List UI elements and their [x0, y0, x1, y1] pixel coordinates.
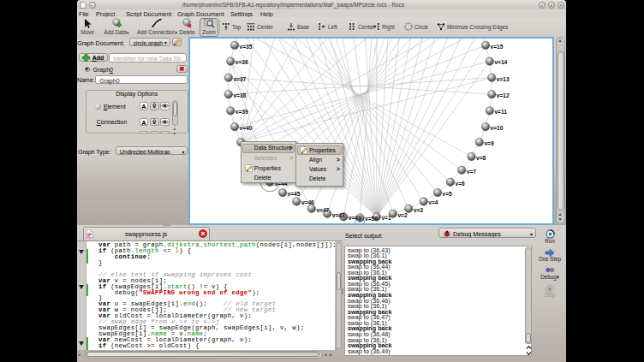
- svg-text:v=15: v=15: [490, 43, 503, 49]
- svg-text:v=45: v=45: [287, 190, 300, 196]
- svg-text:v=4: v=4: [428, 199, 438, 205]
- svg-text:v=9: v=9: [484, 139, 494, 145]
- svg-text:v=12: v=12: [496, 92, 509, 98]
- svg-text:v=10: v=10: [490, 124, 503, 130]
- svg-text:v=46: v=46: [301, 199, 313, 205]
- svg-text:v=40: v=40: [239, 124, 252, 130]
- svg-text:v=49: v=49: [348, 215, 361, 221]
- svg-text:v=35: v=35: [239, 43, 252, 49]
- svg-text:v=8: v=8: [476, 154, 486, 160]
- svg-text:v=37: v=37: [233, 75, 246, 81]
- svg-text:v=47: v=47: [316, 206, 329, 212]
- svg-text:v=5: v=5: [442, 190, 452, 196]
- svg-text:v=11: v=11: [494, 109, 507, 115]
- svg-text:v=36: v=36: [235, 59, 247, 65]
- svg-text:v=14: v=14: [494, 59, 507, 65]
- svg-text:v=38: v=38: [233, 92, 246, 98]
- svg-text:v=13: v=13: [496, 75, 509, 81]
- svg-text:v=2: v=2: [397, 211, 408, 217]
- svg-text:v=1: v=1: [381, 215, 391, 221]
- svg-text:v=50: v=50: [365, 216, 378, 222]
- svg-text:v=48: v=48: [331, 211, 344, 217]
- svg-text:v=7: v=7: [466, 168, 476, 174]
- svg-text:v=39: v=39: [235, 109, 247, 115]
- svg-text:v=6: v=6: [455, 180, 465, 186]
- svg-text:v=3: v=3: [413, 206, 423, 212]
